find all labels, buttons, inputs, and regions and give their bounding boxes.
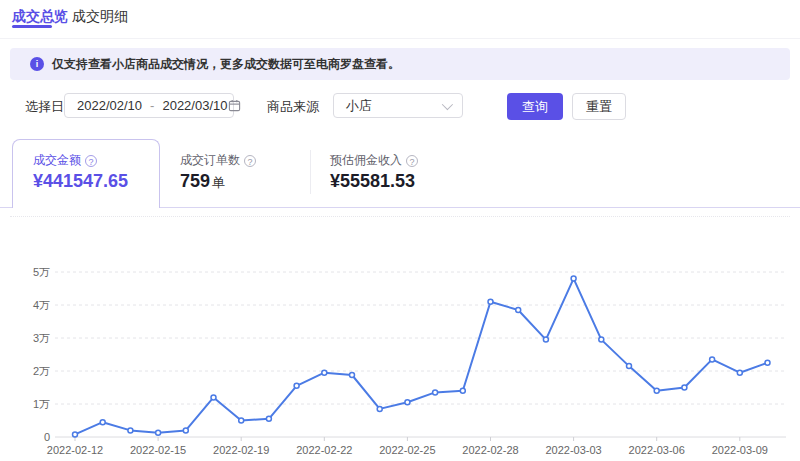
svg-text:2022-02-19: 2022-02-19 — [213, 444, 269, 456]
order-count-value: 759单 — [180, 171, 225, 192]
active-tab-underline — [12, 25, 52, 28]
help-icon[interactable]: ? — [85, 155, 97, 167]
date-range-input[interactable]: 2022/02/10 - 2022/03/10 — [64, 93, 234, 118]
info-banner-text: 仅支持查看小店商品成交情况，更多成交数据可至电商罗盘查看。 — [52, 56, 400, 73]
stat-separator — [310, 150, 311, 194]
date-start-value: 2022/02/10 — [77, 98, 142, 113]
stat-divider-right — [160, 207, 800, 208]
svg-text:1万: 1万 — [33, 398, 50, 410]
svg-text:2022-02-28: 2022-02-28 — [462, 444, 518, 456]
sales-line-chart: 01万2万3万4万5万2022-02-122022-02-152022-02-1… — [0, 226, 800, 461]
svg-text:2022-02-25: 2022-02-25 — [379, 444, 435, 456]
help-icon[interactable]: ? — [406, 155, 418, 167]
source-filter-label: 商品来源 — [267, 98, 319, 116]
product-source-select[interactable]: 小店 — [333, 93, 463, 118]
svg-text:2022-02-22: 2022-02-22 — [296, 444, 352, 456]
order-count-label: 成交订单数 ? — [180, 152, 256, 169]
calendar-icon — [228, 99, 241, 112]
svg-text:0: 0 — [44, 431, 50, 443]
top-tab-bar: 成交总览 成交明细 — [0, 0, 800, 39]
query-button[interactable]: 查询 — [507, 93, 563, 120]
info-banner: i 仅支持查看小店商品成交情况，更多成交数据可至电商罗盘查看。 — [10, 48, 790, 80]
svg-text:2022-03-03: 2022-03-03 — [545, 444, 601, 456]
order-count-number: 759 — [180, 171, 210, 191]
svg-text:4万: 4万 — [33, 299, 50, 311]
sales-overview-page: { "tabs": [ {"label": "成交总览", "active": … — [0, 0, 800, 461]
help-icon[interactable]: ? — [244, 155, 256, 167]
deal-amount-label: 成交金额 ? — [33, 152, 97, 169]
svg-text:2万: 2万 — [33, 365, 50, 377]
date-range-separator: - — [150, 98, 154, 113]
commission-label-text: 预估佣金收入 — [330, 152, 402, 169]
svg-text:2022-02-12: 2022-02-12 — [47, 444, 103, 456]
svg-text:2022-02-15: 2022-02-15 — [130, 444, 186, 456]
svg-text:2022-03-09: 2022-03-09 — [712, 444, 768, 456]
info-icon: i — [30, 57, 44, 71]
section-dotted-divider — [10, 216, 790, 217]
svg-text:3万: 3万 — [33, 332, 50, 344]
chevron-down-icon — [442, 98, 453, 109]
svg-text:2022-03-06: 2022-03-06 — [629, 444, 685, 456]
order-count-unit: 单 — [212, 175, 225, 190]
reset-button[interactable]: 重置 — [572, 93, 626, 120]
product-source-value: 小店 — [346, 97, 372, 115]
commission-label: 预估佣金收入 ? — [330, 152, 418, 169]
tab-deal-overview[interactable]: 成交总览 — [12, 8, 68, 26]
order-count-label-text: 成交订单数 — [180, 152, 240, 169]
tab-deal-details[interactable]: 成交明细 — [72, 8, 128, 26]
deal-amount-label-text: 成交金额 — [33, 152, 81, 169]
date-end-value: 2022/03/10 — [162, 98, 227, 113]
svg-text:5万: 5万 — [33, 266, 50, 278]
deal-amount-trend-chart: 01万2万3万4万5万2022-02-122022-02-152022-02-1… — [0, 226, 800, 461]
commission-value: ¥55581.53 — [330, 171, 415, 192]
deal-amount-value: ¥441547.65 — [33, 171, 128, 192]
